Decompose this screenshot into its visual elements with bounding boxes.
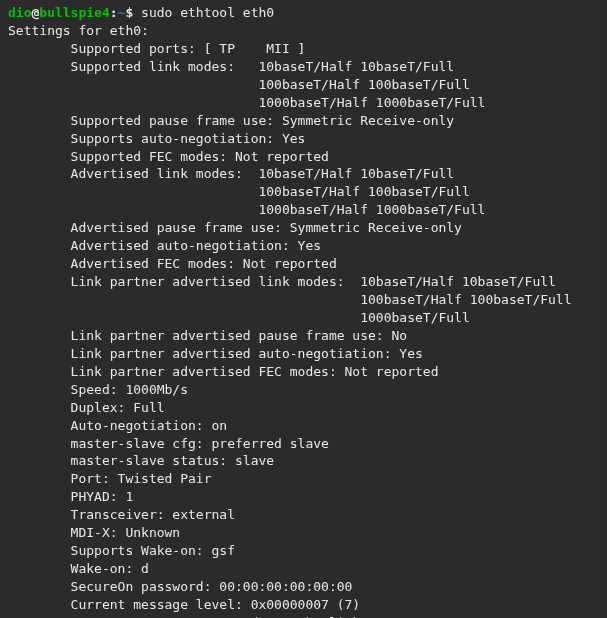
- prompt-line: dio@bullspie4:~$ sudo ethtool eth0: [8, 4, 599, 22]
- output-line: 1000baseT/Half 1000baseT/Full: [8, 94, 599, 112]
- output-line: Link partner advertised pause frame use:…: [8, 327, 599, 345]
- output-line: PHYAD: 1: [8, 488, 599, 506]
- output-line: Link partner advertised FEC modes: Not r…: [8, 363, 599, 381]
- output-line: 100baseT/Half 100baseT/Full: [8, 291, 599, 309]
- output-line: Current message level: 0x00000007 (7): [8, 596, 599, 614]
- prompt-symbol: $: [125, 5, 133, 20]
- output-line: drv probe link: [8, 614, 599, 618]
- output-line: Supports Wake-on: gsf: [8, 542, 599, 560]
- output-line: 1000baseT/Half 1000baseT/Full: [8, 201, 599, 219]
- output-line: Advertised auto-negotiation: Yes: [8, 237, 599, 255]
- output-line: Link partner advertised link modes: 10ba…: [8, 273, 599, 291]
- output-line: Speed: 1000Mb/s: [8, 381, 599, 399]
- output-line: Advertised link modes: 10baseT/Half 10ba…: [8, 165, 599, 183]
- output-line: 100baseT/Half 100baseT/Full: [8, 183, 599, 201]
- prompt-colon: :: [110, 5, 118, 20]
- output-line: Supported FEC modes: Not reported: [8, 148, 599, 166]
- output-line: Supports auto-negotiation: Yes: [8, 130, 599, 148]
- prompt-host: bullspie4: [39, 5, 109, 20]
- output-line: MDI-X: Unknown: [8, 524, 599, 542]
- output-line: Settings for eth0:: [8, 22, 599, 40]
- output-line: 1000baseT/Full: [8, 309, 599, 327]
- output-line: Supported link modes: 10baseT/Half 10bas…: [8, 58, 599, 76]
- output-line: Supported ports: [ TP MII ]: [8, 40, 599, 58]
- output-line: Transceiver: external: [8, 506, 599, 524]
- output-line: 100baseT/Half 100baseT/Full: [8, 76, 599, 94]
- output-line: SecureOn password: 00:00:00:00:00:00: [8, 578, 599, 596]
- typed-command: sudo ethtool eth0: [141, 5, 274, 20]
- terminal-output[interactable]: dio@bullspie4:~$ sudo ethtool eth0 Setti…: [8, 4, 599, 618]
- output-line: master-slave cfg: preferred slave: [8, 435, 599, 453]
- output-line: Port: Twisted Pair: [8, 470, 599, 488]
- output-line: Wake-on: d: [8, 560, 599, 578]
- prompt-user: dio: [8, 5, 31, 20]
- output-line: Advertised FEC modes: Not reported: [8, 255, 599, 273]
- output-line: Advertised pause frame use: Symmetric Re…: [8, 219, 599, 237]
- output-line: Link partner advertised auto-negotiation…: [8, 345, 599, 363]
- output-line: master-slave status: slave: [8, 452, 599, 470]
- output-line: Supported pause frame use: Symmetric Rec…: [8, 112, 599, 130]
- output-line: Duplex: Full: [8, 399, 599, 417]
- output-line: Auto-negotiation: on: [8, 417, 599, 435]
